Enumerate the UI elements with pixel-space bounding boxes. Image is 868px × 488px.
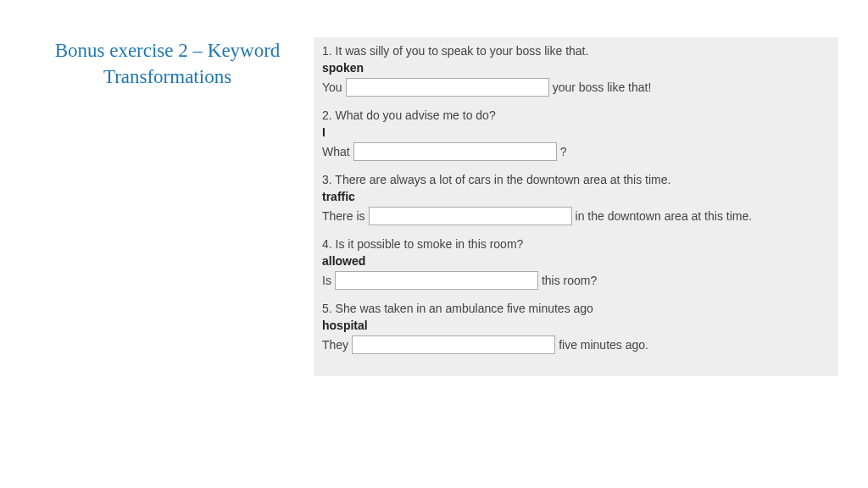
question-keyword: allowed	[322, 254, 830, 268]
question-keyword: I	[322, 125, 830, 139]
question-number: 1.	[322, 44, 332, 58]
answer-input[interactable]	[346, 78, 549, 97]
exercise-title: Bonus exercise 2 – Keyword Transformatio…	[30, 37, 305, 90]
question-keyword: hospital	[322, 319, 830, 332]
answer-post: five minutes ago.	[559, 338, 648, 352]
answer-line: They five minutes ago.	[322, 336, 830, 354]
answer-post: this room?	[542, 274, 597, 287]
answer-input[interactable]	[353, 142, 557, 161]
answer-pre: There is	[322, 209, 365, 223]
question-prompt: 5. She was taken in an ambulance five mi…	[322, 302, 830, 315]
question-prompt: 1. It was silly of you to speak to your …	[322, 44, 830, 58]
question-text: She was taken in an ambulance five minut…	[336, 302, 593, 315]
question-block: 1. It was silly of you to speak to your …	[322, 44, 830, 97]
question-number: 3.	[322, 173, 332, 186]
answer-line: You your boss like that!	[322, 78, 830, 97]
title-panel: Bonus exercise 2 – Keyword Transformatio…	[30, 37, 314, 376]
answer-input[interactable]	[335, 271, 538, 290]
question-number: 5.	[322, 302, 332, 315]
answer-post: in the downtown area at this time.	[576, 209, 753, 223]
question-keyword: traffic	[322, 190, 830, 203]
question-block: 4. Is it possible to smoke in this room?…	[322, 237, 830, 290]
answer-pre: You	[322, 80, 342, 94]
question-block: 5. She was taken in an ambulance five mi…	[322, 302, 830, 354]
exercise-panel: 1. It was silly of you to speak to your …	[314, 37, 838, 376]
answer-input[interactable]	[369, 207, 572, 225]
answer-line: Is this room?	[322, 271, 830, 290]
answer-pre: What	[322, 145, 350, 158]
question-block: 3. There are always a lot of cars in the…	[322, 173, 830, 225]
question-block: 2. What do you advise me to do? I What ?	[322, 108, 830, 161]
answer-post: your boss like that!	[553, 80, 652, 94]
question-prompt: 3. There are always a lot of cars in the…	[322, 173, 830, 186]
question-text: What do you advise me to do?	[336, 108, 496, 122]
answer-line: What ?	[322, 142, 830, 161]
question-prompt: 4. Is it possible to smoke in this room?	[322, 237, 830, 251]
answer-line: There is in the downtown area at this ti…	[322, 207, 830, 225]
question-text: Is it possible to smoke in this room?	[336, 237, 524, 251]
question-text: It was silly of you to speak to your bos…	[336, 44, 589, 58]
question-number: 4.	[322, 237, 332, 251]
answer-post: ?	[560, 145, 567, 158]
answer-pre: Is	[322, 274, 331, 287]
question-keyword: spoken	[322, 61, 830, 75]
question-text: There are always a lot of cars in the do…	[335, 173, 670, 186]
question-number: 2.	[322, 108, 332, 122]
answer-pre: They	[322, 338, 348, 352]
question-prompt: 2. What do you advise me to do?	[322, 108, 830, 122]
answer-input[interactable]	[352, 336, 555, 354]
